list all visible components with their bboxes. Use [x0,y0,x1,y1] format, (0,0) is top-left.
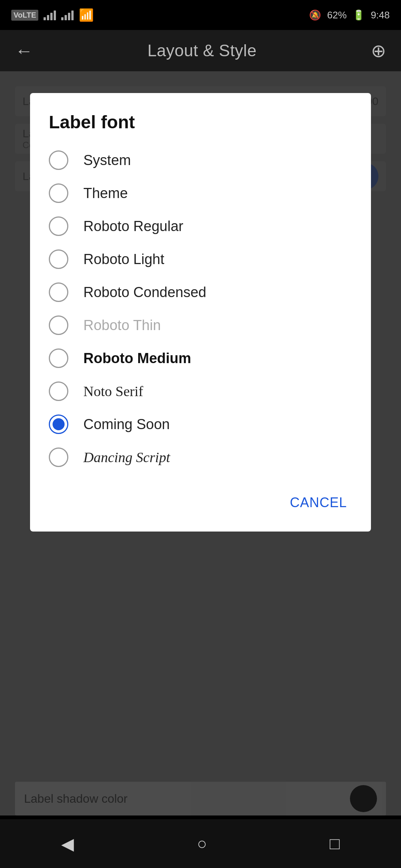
status-right: 🔕 62% 🔋 9:48 [309,9,390,21]
status-left: VoLTE 📶 [11,8,94,22]
recents-nav-button[interactable]: □ [330,834,340,853]
page-title: Layout & Style [148,41,257,60]
option-system[interactable]: System [49,144,356,177]
bar3b [68,13,70,20]
battery-text: 62% [327,9,347,21]
home-nav-button[interactable]: ○ [197,834,207,853]
label-coming-soon: Coming Soon [83,416,170,432]
option-roboto-regular[interactable]: Roboto Regular [49,210,356,243]
label-theme: Theme [83,185,128,201]
label-noto-serif: Noto Serif [83,383,143,399]
bar2 [47,15,49,20]
option-roboto-condensed[interactable]: Roboto Condensed [49,276,356,309]
radio-dancing-script[interactable] [49,448,68,467]
time-display: 9:48 [371,9,390,21]
label-font-dialog: Label font System Theme Roboto Regular R… [30,93,371,532]
label-system: System [83,152,131,168]
radio-system[interactable] [49,150,68,170]
radio-roboto-condensed[interactable] [49,282,68,302]
option-coming-soon[interactable]: Coming Soon [49,408,356,441]
top-navigation: ← Layout & Style ⊕ [0,30,401,71]
back-nav-button[interactable]: ◀ [61,834,74,853]
system-navigation-bar: ◀ ○ □ [0,819,401,868]
wifi-icon: 📶 [79,8,94,22]
option-roboto-thin[interactable]: Roboto Thin [49,309,356,342]
label-dancing-script: Dancing Script [83,449,170,466]
option-theme[interactable]: Theme [49,177,356,210]
radio-roboto-medium[interactable] [49,348,68,368]
signal-bars-2 [61,10,74,20]
radio-roboto-thin[interactable] [49,315,68,335]
label-roboto-medium: Roboto Medium [83,350,191,366]
radio-theme[interactable] [49,183,68,203]
option-roboto-medium[interactable]: Roboto Medium [49,342,356,375]
search-add-button[interactable]: ⊕ [371,40,386,61]
signal-bars-1 [44,10,56,20]
dialog-actions: CANCEL [49,483,356,517]
status-bar: VoLTE 📶 🔕 62% 🔋 9:48 [0,0,401,30]
bar3 [50,13,53,20]
mute-icon: 🔕 [309,9,321,21]
battery-icon: 🔋 [353,9,365,21]
bar4 [54,11,56,20]
option-dancing-script[interactable]: Dancing Script [49,441,356,474]
back-button[interactable]: ← [15,41,33,61]
bar2b [65,15,67,20]
radio-roboto-regular[interactable] [49,216,68,236]
label-roboto-condensed: Roboto Condensed [83,284,206,300]
dialog-title: Label font [49,112,356,132]
volte-indicator: VoLTE [11,10,38,21]
option-roboto-light[interactable]: Roboto Light [49,243,356,276]
cancel-button[interactable]: CANCEL [281,489,356,517]
option-noto-serif[interactable]: Noto Serif [49,375,356,408]
radio-roboto-light[interactable] [49,249,68,269]
label-roboto-regular: Roboto Regular [83,218,183,234]
label-roboto-light: Roboto Light [83,251,164,267]
bar1 [44,17,46,20]
bar1b [61,17,63,20]
label-roboto-thin: Roboto Thin [83,317,161,333]
bar4b [71,11,74,20]
radio-coming-soon[interactable] [49,414,68,434]
radio-noto-serif[interactable] [49,381,68,401]
